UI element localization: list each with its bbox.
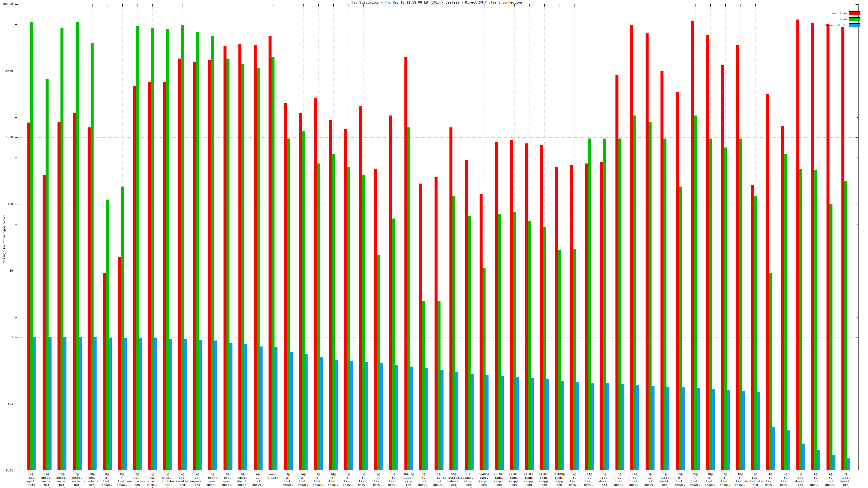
rbl-statistics-chart: RBL Statistics - Thu May 18 12:58:08 EDT… bbox=[0, 0, 868, 488]
bar-score bbox=[79, 337, 82, 470]
bar-score bbox=[712, 389, 715, 470]
x-axis-tick bbox=[107, 4, 107, 6]
bar-spam bbox=[453, 196, 456, 470]
bar-not-spam bbox=[827, 24, 830, 470]
y-tick-label: 100000 bbox=[0, 2, 13, 6]
bar-spam bbox=[136, 26, 139, 470]
x-axis-tick bbox=[650, 4, 650, 6]
x-axis-tick bbox=[47, 4, 47, 6]
x-axis-tick bbox=[424, 4, 424, 6]
bar-not-spam bbox=[223, 46, 226, 470]
bar-not-spam bbox=[646, 33, 649, 470]
y-gridline bbox=[15, 470, 858, 471]
y-axis-tick bbox=[15, 137, 18, 138]
bar-score bbox=[350, 361, 353, 470]
y-axis-tick bbox=[856, 71, 858, 71]
y-axis-minor-tick bbox=[857, 291, 858, 291]
bar-not-spam bbox=[374, 169, 377, 470]
bar-not-spam bbox=[721, 65, 724, 470]
bar-spam bbox=[588, 138, 591, 470]
y-tick-label: 100 bbox=[0, 202, 13, 206]
bar-spam bbox=[663, 138, 666, 470]
bar-spam bbox=[483, 268, 486, 470]
x-axis-tick bbox=[590, 4, 590, 6]
bar-not-spam bbox=[495, 142, 498, 470]
bar-spam bbox=[166, 29, 169, 470]
y-axis-minor-tick bbox=[15, 224, 17, 225]
bar-not-spam bbox=[58, 122, 61, 470]
x-axis-tick bbox=[167, 4, 168, 6]
bar-spam bbox=[694, 116, 697, 470]
bar-spam bbox=[422, 301, 425, 470]
x-axis-tick bbox=[243, 4, 243, 6]
bar-score bbox=[697, 388, 700, 470]
bar-spam bbox=[739, 138, 742, 470]
bar-score bbox=[621, 384, 624, 470]
legend-not-spam-label: Not Spam bbox=[833, 12, 847, 15]
bar-score bbox=[772, 427, 775, 470]
bar-spam bbox=[558, 250, 561, 470]
bar-not-spam bbox=[616, 75, 618, 470]
x-axis-tick bbox=[499, 4, 499, 6]
x-axis-tick bbox=[409, 4, 409, 6]
bar-score bbox=[486, 375, 489, 470]
bar-spam bbox=[377, 255, 380, 470]
x-axis-tick bbox=[439, 4, 439, 6]
bar-not-spam bbox=[133, 86, 136, 470]
bar-not-spam bbox=[73, 113, 76, 470]
bar-not-spam bbox=[600, 162, 603, 470]
bar-spam bbox=[799, 169, 802, 470]
y-tick-label: 1 bbox=[0, 335, 13, 339]
bar-score bbox=[259, 347, 262, 470]
bar-score bbox=[440, 370, 443, 470]
bar-score bbox=[139, 338, 142, 470]
x-axis-tick bbox=[348, 4, 349, 6]
bar-score bbox=[742, 391, 745, 470]
bar-spam bbox=[76, 22, 79, 470]
x-axis-tick bbox=[560, 4, 560, 6]
bar-not-spam bbox=[103, 273, 106, 470]
bar-spam bbox=[30, 22, 33, 470]
y-axis-minor-tick bbox=[15, 291, 17, 291]
y-axis-minor-tick bbox=[15, 384, 17, 384]
bar-score bbox=[757, 392, 760, 470]
bar-score bbox=[591, 383, 594, 470]
bar-score bbox=[124, 338, 127, 470]
bar-not-spam bbox=[585, 163, 588, 470]
x-axis-tick bbox=[183, 4, 183, 6]
bar-spam bbox=[709, 138, 712, 470]
bar-score bbox=[244, 344, 247, 470]
y-axis-tick bbox=[15, 71, 18, 71]
y-axis-tick bbox=[15, 204, 18, 204]
bar-not-spam bbox=[42, 175, 45, 470]
y-axis-tick bbox=[856, 337, 858, 338]
bar-not-spam bbox=[479, 194, 483, 470]
x-axis-tick bbox=[484, 4, 485, 6]
y-axis-tick bbox=[15, 404, 18, 404]
bar-not-spam bbox=[751, 185, 754, 470]
bar-not-spam bbox=[314, 98, 317, 470]
bar-not-spam bbox=[706, 35, 709, 470]
bar-spam bbox=[91, 43, 94, 470]
bar-not-spam bbox=[178, 59, 181, 470]
bar-score bbox=[169, 338, 172, 470]
legend-spam: Spam bbox=[826, 16, 860, 22]
x-axis-tick bbox=[213, 4, 213, 6]
bar-score bbox=[395, 365, 398, 470]
bar-spam bbox=[830, 204, 833, 470]
x-axis-tick bbox=[92, 4, 93, 6]
bar-spam bbox=[784, 154, 787, 470]
bar-score bbox=[63, 337, 66, 470]
chart-title: RBL Statistics - Thu May 18 12:58:08 EDT… bbox=[15, 1, 859, 4]
bar-score bbox=[184, 339, 187, 470]
bar-not-spam bbox=[450, 127, 453, 470]
bar-score bbox=[320, 357, 323, 470]
bar-not-spam bbox=[435, 177, 437, 470]
bar-spam bbox=[407, 127, 410, 470]
bar-not-spam bbox=[811, 23, 814, 470]
bar-spam bbox=[302, 131, 305, 470]
bar-not-spam bbox=[344, 129, 347, 470]
bar-not-spam bbox=[420, 184, 422, 470]
bar-score bbox=[214, 340, 217, 470]
bar-not-spam bbox=[329, 120, 332, 470]
